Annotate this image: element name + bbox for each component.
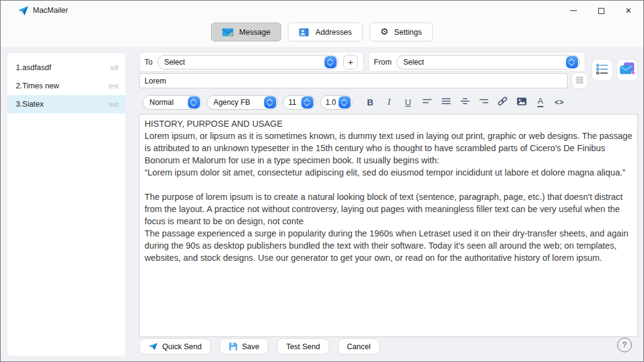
send-icon <box>148 342 158 350</box>
message-list: 1.asdfasdf sdf 2.Times new test 3.Siatex… <box>7 53 126 113</box>
addresses-icon <box>299 28 310 37</box>
save-button[interactable]: Save <box>220 338 269 355</box>
app-window: MacMailer ✕ Message Addresses ⚙ Settings… <box>0 0 644 362</box>
list-item-siatex[interactable]: 3.Siatex test <box>7 95 126 113</box>
action-bar: Quick Send Save Test Send Cancel <box>139 338 380 355</box>
editor-paragraph: The purpose of lorem ipsum is to create … <box>145 191 632 227</box>
align-center-icon <box>460 96 470 108</box>
add-recipient-button[interactable]: + <box>343 55 358 69</box>
paper-plane-icon <box>18 5 29 16</box>
editor-paragraph: “Lorem ipsum dolor sit amet, consectetur… <box>145 166 632 179</box>
messages-button[interactable] <box>617 59 638 81</box>
window-controls: ✕ <box>560 1 642 20</box>
recipient-fields-button[interactable] <box>592 59 613 81</box>
stepper-icon <box>324 56 337 68</box>
compose-panel: To Select + From Select <box>139 52 638 358</box>
align-justify-icon <box>441 96 451 108</box>
font-size-select[interactable]: 11 <box>283 95 315 110</box>
stepper-icon <box>264 96 276 108</box>
app-title: MacMailer <box>33 1 68 21</box>
sidebar: 1.asdfasdf sdf 2.Times new test 3.Siatex… <box>7 52 126 357</box>
link-icon <box>497 96 508 108</box>
from-select[interactable]: Select <box>396 55 580 69</box>
list-item-asdfasdf[interactable]: 1.asdfasdf sdf <box>7 59 126 77</box>
messages-icon <box>620 62 635 78</box>
editor-paragraph: The passage experienced a surge in popul… <box>145 227 632 264</box>
align-center-button[interactable] <box>457 94 473 110</box>
titlebar: MacMailer ✕ <box>1 1 643 21</box>
font-color-button[interactable]: A <box>532 94 548 110</box>
cancel-button[interactable]: Cancel <box>338 338 380 355</box>
tab-bar: Message Addresses ⚙ Settings <box>1 23 643 41</box>
maximize-button[interactable] <box>587 1 615 20</box>
quick-send-button[interactable]: Quick Send <box>139 338 211 355</box>
align-left-icon <box>422 96 432 108</box>
maximize-icon <box>598 8 604 14</box>
to-select[interactable]: Select <box>157 55 338 69</box>
image-icon <box>517 97 527 108</box>
message-editor[interactable]: HISTORY, PURPOSE AND USAGELorem ipsum, o… <box>139 114 638 337</box>
align-left-button[interactable] <box>419 94 435 110</box>
test-send-button[interactable]: Test Send <box>277 338 329 355</box>
subject-options-button[interactable] <box>571 73 588 89</box>
font-family-select[interactable]: Agency FB <box>207 95 278 110</box>
close-button[interactable]: ✕ <box>615 1 642 20</box>
message-icon <box>222 28 234 37</box>
minimize-button[interactable] <box>560 1 587 20</box>
close-icon: ✕ <box>625 6 632 15</box>
tab-addresses[interactable]: Addresses <box>288 23 363 41</box>
italic-button[interactable]: I <box>381 94 397 110</box>
align-justify-button[interactable] <box>438 94 454 110</box>
save-icon <box>229 342 238 351</box>
subject-input[interactable] <box>139 73 568 88</box>
tab-message[interactable]: Message <box>211 23 281 41</box>
editor-paragraph: Lorem ipsum, or lipsum as it is sometime… <box>145 130 632 166</box>
list-item-times-new[interactable]: 2.Times new test <box>7 77 126 95</box>
paragraph-style-select[interactable]: Normal <box>143 95 202 110</box>
editor-paragraph <box>145 179 632 191</box>
line-spacing-select[interactable]: 1.0 <box>320 95 352 110</box>
to-label: To <box>145 58 152 66</box>
gear-icon: ⚙ <box>381 27 388 37</box>
to-group: To Select + <box>139 52 363 72</box>
format-toolbar: Normal Agency FB 11 1.0 B <box>139 94 567 110</box>
stepper-icon <box>566 56 578 68</box>
underline-button[interactable]: U <box>400 94 416 110</box>
help-button[interactable]: ? <box>617 338 632 352</box>
address-row: To Select + From Select <box>139 52 585 72</box>
align-right-button[interactable] <box>476 94 492 110</box>
stepper-icon <box>301 96 313 108</box>
from-group: From Select <box>368 52 585 72</box>
align-right-icon <box>479 96 489 108</box>
stepper-icon <box>338 96 351 108</box>
from-label: From <box>374 58 392 66</box>
stepper-icon <box>188 96 200 108</box>
minimize-icon <box>570 10 577 11</box>
insert-link-button[interactable] <box>495 94 510 110</box>
justify-lines-icon <box>576 76 584 86</box>
bold-button[interactable]: B <box>362 94 378 110</box>
editor-paragraph: HISTORY, PURPOSE AND USAGE <box>145 118 632 130</box>
insert-image-button[interactable] <box>513 94 529 110</box>
fields-list-icon <box>596 63 609 77</box>
tab-settings[interactable]: ⚙ Settings <box>370 23 433 41</box>
format-buttons: B I U <box>362 94 567 110</box>
source-code-button[interactable]: <> <box>551 94 567 110</box>
